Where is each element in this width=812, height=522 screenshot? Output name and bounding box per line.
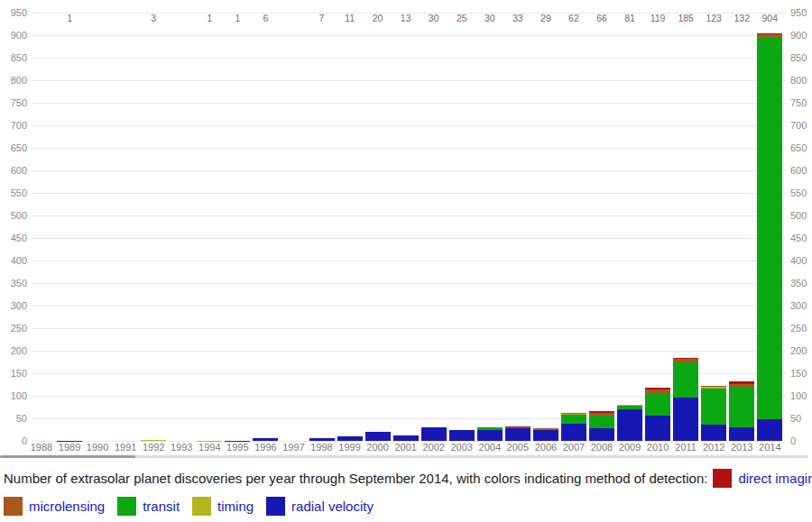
y-axis-tick-left: 850 — [0, 53, 27, 63]
gridline — [32, 103, 786, 104]
bar-segment-radial-velocity-2010 — [645, 416, 670, 442]
gridline — [32, 35, 786, 36]
y-axis-tick-left: 350 — [0, 279, 27, 288]
gridline — [32, 148, 786, 149]
bar-segment-transit-2013 — [729, 387, 754, 427]
bar-segment-direct-imaging-2005 — [505, 426, 531, 427]
y-axis-tick-left: 200 — [0, 346, 27, 356]
y-axis-tick-right: 750 — [790, 98, 812, 108]
y-axis-tick-right: 800 — [790, 76, 812, 86]
y-axis-tick-left: 400 — [0, 256, 27, 266]
bar-segment-radial-velocity-2009 — [617, 409, 642, 441]
horizontal-scrollbar-thumb[interactable] — [0, 455, 135, 458]
bar-segment-radial-velocity-2014 — [757, 419, 782, 442]
x-axis-label-2013: 2013 — [727, 442, 756, 453]
x-axis-label-2002: 2002 — [420, 442, 448, 453]
x-axis-label-1996: 1996 — [251, 442, 280, 453]
gridline — [32, 328, 786, 329]
y-axis-tick-left: 250 — [0, 324, 27, 334]
bar-segment-radial-velocity-2007 — [561, 424, 586, 441]
transit-swatch — [117, 497, 136, 516]
bar-segment-direct-imaging-2013 — [729, 381, 754, 384]
total-label-2014: 904 — [750, 13, 789, 23]
bar-segment-microlensing-2007 — [561, 413, 586, 414]
y-axis-tick-right: 50 — [790, 414, 812, 424]
x-axis-label-1992: 1992 — [139, 442, 168, 453]
bar-segment-transit-2006 — [533, 428, 558, 430]
x-axis-label-2010: 2010 — [643, 442, 672, 453]
gridline — [32, 80, 786, 81]
x-axis-label-2008: 2008 — [587, 442, 616, 453]
y-axis-tick-left: 150 — [0, 369, 27, 379]
bar-segment-radial-velocity-2002 — [421, 427, 447, 441]
bar-segment-direct-imaging-2008 — [589, 411, 614, 413]
bar-segment-direct-imaging-2014 — [757, 33, 782, 34]
x-axis-label-1991: 1991 — [111, 442, 140, 453]
x-axis-label-1988: 1988 — [27, 442, 56, 453]
bar-segment-radial-velocity-2012 — [701, 425, 726, 442]
legend-link-direct-imaging[interactable]: direct imaging — [738, 471, 812, 486]
radial-velocity-swatch — [266, 497, 285, 516]
bar-segment-radial-velocity-2008 — [589, 428, 614, 442]
y-axis-tick-left: 900 — [0, 31, 27, 41]
y-axis-tick-left: 100 — [0, 391, 27, 401]
direct-imaging-swatch — [713, 469, 732, 488]
bar-segment-microlensing-2008 — [589, 413, 614, 416]
gridline — [32, 170, 786, 171]
gridline — [32, 306, 786, 307]
microlensing-swatch — [4, 497, 23, 516]
legend-link-transit[interactable]: transit — [143, 499, 180, 514]
gridline — [32, 351, 786, 352]
bar-segment-microlensing-2013 — [729, 384, 754, 388]
y-axis-tick-left: 0 — [0, 436, 27, 446]
legend-link-radial-velocity[interactable]: radial velocity — [291, 499, 374, 514]
bar-segment-microlensing-2006 — [533, 428, 558, 429]
bar-segment-transit-2004 — [477, 427, 503, 430]
bar-segment-radial-velocity-1999 — [337, 436, 363, 442]
y-axis-tick-left: 550 — [0, 188, 27, 198]
horizontal-scrollbar[interactable] — [0, 455, 808, 458]
x-axis-label-2011: 2011 — [671, 442, 700, 453]
x-axis-label-1995: 1995 — [223, 442, 252, 453]
bar-segment-radial-velocity-2000 — [365, 432, 391, 441]
bar-segment-transit-2008 — [589, 416, 614, 428]
y-axis-tick-right: 150 — [790, 369, 812, 379]
bar-segment-radial-velocity-2011 — [673, 398, 698, 441]
y-axis-tick-left: 450 — [0, 234, 27, 243]
x-axis-label-2007: 2007 — [559, 442, 588, 453]
bar-segment-timing-1992 — [141, 440, 166, 442]
y-axis-tick-right: 950 — [790, 8, 812, 18]
legend-row: microlensingtransittimingradial velocity — [0, 495, 812, 517]
timing-swatch — [192, 497, 211, 516]
legend-link-microlensing[interactable]: microlensing — [29, 499, 105, 514]
bar-segment-radial-velocity-1996 — [253, 438, 278, 441]
y-axis-tick-left: 300 — [0, 301, 27, 311]
y-axis-tick-right: 550 — [790, 188, 812, 198]
x-axis-label-2005: 2005 — [503, 442, 532, 453]
bar-segment-microlensing-2014 — [757, 34, 782, 37]
bar-segment-direct-imaging-2011 — [673, 358, 698, 360]
y-axis-tick-right: 250 — [790, 324, 812, 334]
bar-segment-radial-velocity-2005 — [505, 428, 531, 441]
y-axis-tick-left: 600 — [0, 166, 27, 176]
bar-segment-transit-2007 — [561, 415, 586, 425]
x-axis-label-1997: 1997 — [279, 442, 308, 453]
exoplanet-discoveries-chart: 0050501001001501502002002502503003003503… — [0, 0, 812, 462]
caption-text: Number of extrasolar planet discoveries … — [4, 471, 707, 486]
x-axis-label-1990: 1990 — [83, 442, 112, 453]
y-axis-tick-right: 600 — [790, 166, 812, 176]
bar-segment-radial-velocity-2004 — [477, 430, 503, 442]
x-axis-label-1993: 1993 — [167, 442, 196, 453]
y-axis-tick-right: 200 — [790, 346, 812, 356]
legend-link-timing[interactable]: timing — [217, 499, 254, 514]
bar-segment-timing-1994 — [197, 441, 222, 442]
x-axis-label-2001: 2001 — [392, 442, 420, 453]
total-label-1992: 3 — [134, 13, 173, 23]
total-label-1996: 6 — [245, 13, 285, 23]
gridline — [32, 193, 786, 194]
x-axis-label-1998: 1998 — [308, 442, 337, 453]
y-axis-tick-right: 0 — [790, 436, 812, 446]
bar-segment-radial-velocity-1995 — [225, 441, 250, 442]
y-axis-tick-right: 100 — [790, 391, 812, 401]
bar-segment-microlensing-2011 — [673, 359, 698, 362]
